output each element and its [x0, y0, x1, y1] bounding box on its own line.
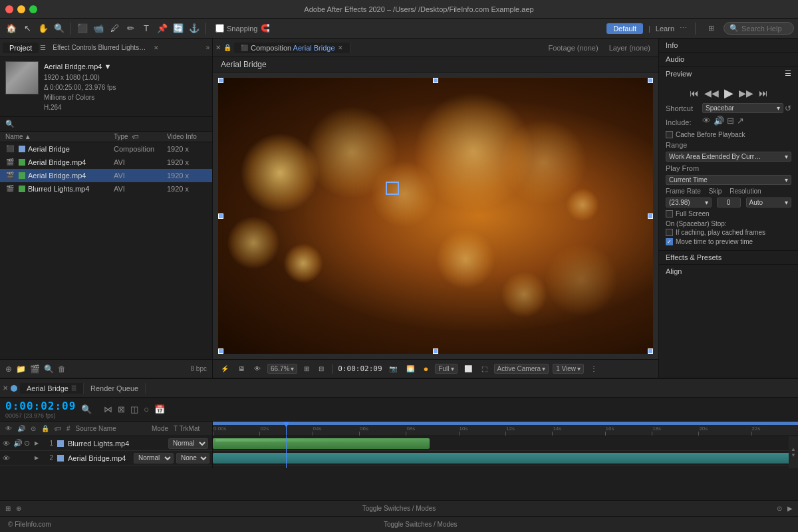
find-icon[interactable]: 🔍 — [44, 364, 54, 374]
layer-1-audio-icon[interactable]: 🔊 — [13, 439, 23, 448]
handle-bottom-left[interactable] — [218, 348, 223, 354]
skip-input[interactable] — [717, 198, 741, 207]
full-screen-checkbox[interactable] — [666, 210, 673, 217]
snapping-checkbox[interactable] — [215, 24, 224, 33]
jump-end-button[interactable]: ⏭ — [759, 88, 768, 98]
sort-arrow[interactable]: ▲ — [25, 133, 31, 140]
play-icon[interactable]: ▶ — [787, 505, 793, 512]
viewer-display-button[interactable]: 🖥 — [235, 364, 247, 373]
pin-tool-icon[interactable]: 📌 — [155, 21, 170, 36]
section-align-header[interactable]: Align — [659, 265, 798, 278]
jump-to-time-icon[interactable]: ⊙ — [777, 505, 782, 512]
text-tool-icon[interactable]: T — [139, 21, 154, 36]
handle-middle-left[interactable] — [218, 213, 223, 219]
zoom-tool-icon[interactable]: 🔍 — [52, 21, 66, 36]
video-include-icon[interactable]: 👁 — [702, 116, 711, 126]
shortcut-dropdown[interactable]: Spacebar ▾ — [702, 103, 783, 113]
workspace-default-button[interactable]: Default — [606, 23, 643, 34]
layer-2-expand-icon[interactable]: ▶ — [35, 455, 39, 461]
shape-tool-icon[interactable]: 🔄 — [171, 21, 186, 36]
cache-playback-checkbox[interactable] — [666, 131, 673, 138]
play-pause-button[interactable]: ▶ — [724, 86, 733, 100]
new-folder-icon[interactable]: 📁 — [16, 364, 26, 374]
anchor-tool-icon[interactable]: ⚓ — [187, 21, 201, 36]
frame-blending-icon[interactable]: ◫ — [129, 403, 140, 416]
viewer-quality-dropdown[interactable]: Full ▾ — [435, 364, 457, 374]
section-preview-header[interactable]: Preview ☰ — [659, 66, 798, 80]
viewer-transparency-button[interactable]: ⬜ — [462, 364, 475, 373]
layer-1-expand-icon[interactable]: ▶ — [35, 440, 39, 446]
pen-tool-icon[interactable]: 🖊 — [107, 21, 122, 36]
viewer-show-snapshot-button[interactable]: 🌅 — [404, 364, 417, 373]
align-layers-icon[interactable]: ⋈ — [102, 403, 114, 416]
layer-1-solo-icon[interactable]: ⊙ — [24, 439, 33, 448]
draft-3d-icon[interactable]: ⊠ — [116, 403, 126, 416]
section-audio-header[interactable]: Audio — [659, 53, 798, 66]
hand-tool-icon[interactable]: ✋ — [36, 21, 51, 36]
viewer-timecode[interactable]: 0:00:02:09 — [338, 364, 382, 373]
list-item[interactable]: 🎬 Blurred Lights.mp4 AVI 1920 x — [0, 182, 212, 196]
rotate-tool-icon[interactable]: ⬛ — [75, 21, 90, 36]
composition-preview[interactable] — [218, 78, 653, 354]
timeline-tab-menu-icon[interactable]: ☰ — [71, 385, 76, 392]
footage-tab[interactable]: Footage (none) — [548, 44, 598, 52]
panel-expand-icon[interactable]: » — [205, 44, 209, 51]
list-item[interactable]: 🎬 Aerial Bridge.mp4 AVI 1920 x — [0, 169, 212, 182]
handle-top-right[interactable] — [648, 78, 653, 83]
current-time-display[interactable]: 0:00:02:09 — [5, 400, 76, 412]
handle-top-left[interactable] — [218, 78, 223, 83]
viewer-zoom-dropdown[interactable]: 66.7% ▾ — [267, 364, 297, 374]
search-input[interactable] — [741, 25, 788, 33]
step-back-button[interactable]: ◀◀ — [704, 88, 719, 98]
export-include-icon[interactable]: ↗ — [737, 116, 744, 126]
audio-include-icon[interactable]: 🔊 — [714, 116, 724, 126]
move-time-checkbox[interactable] — [666, 238, 673, 245]
viewer-render-button[interactable]: ⋮ — [588, 364, 600, 373]
layer-1-mode-dropdown[interactable]: Normal — [168, 438, 208, 449]
viewer-always-preview-button[interactable]: ⚡ — [218, 364, 231, 373]
comp-lock-icon[interactable]: 🔒 — [223, 44, 231, 51]
layer-2-visibility-icon[interactable]: 👁 — [3, 454, 12, 462]
toggle-switches-label[interactable]: Toggle Switches / Modes — [27, 505, 771, 512]
section-info-header[interactable]: Info — [659, 39, 798, 52]
new-item-icon[interactable]: ⊕ — [5, 364, 12, 374]
handle-bottom-right[interactable] — [648, 348, 653, 354]
timeline-scroll-indicator[interactable]: ▲ ▼ — [789, 436, 798, 468]
layer-tab[interactable]: Layer (none) — [609, 44, 650, 52]
tab-effect-controls[interactable]: Effect Controls Blurred Lights.mp4 — [46, 43, 152, 53]
tab-timeline-aerial-bridge[interactable]: Aerial Bridge ☰ — [20, 383, 84, 394]
handle-top-middle[interactable] — [433, 78, 438, 83]
camera-tool-icon[interactable]: 📹 — [91, 21, 106, 36]
step-forward-button[interactable]: ▶▶ — [739, 88, 753, 98]
tab-close-icon[interactable]: ✕ — [338, 45, 343, 51]
home-icon[interactable]: 🏠 — [4, 21, 19, 36]
layer-row-1[interactable]: 👁 🔊 ⊙ ▶ 1 Blurred Lights.mp4 Normal — [0, 436, 212, 451]
layer-2-timeline-row[interactable] — [213, 451, 798, 466]
paint-tool-icon[interactable]: ✏ — [123, 21, 138, 36]
list-item[interactable]: ⬛ Aerial Bridge Composition 1920 x — [0, 142, 212, 156]
tab-composition[interactable]: ⬛ Composition Aerial Bridge ✕ — [234, 43, 350, 53]
overflow-include-icon[interactable]: ⊟ — [727, 116, 734, 126]
delete-icon[interactable]: 🗑 — [58, 364, 66, 374]
viewer-color-button[interactable]: ● — [421, 363, 432, 374]
if-caching-checkbox[interactable] — [666, 229, 673, 236]
list-item[interactable]: 🎬 Aerial Bridge.mp4 AVI 1920 x — [0, 156, 212, 169]
jump-start-button[interactable]: ⏮ — [690, 88, 699, 98]
layer-1-visibility-icon[interactable]: 👁 — [3, 440, 12, 448]
new-comp-from-footage-icon[interactable]: ⊕ — [16, 505, 21, 512]
panel-menu-icon[interactable]: ☰ — [40, 44, 46, 51]
expand-all-icon[interactable]: ⊞ — [5, 505, 11, 512]
play-from-dropdown[interactable]: Current Time ▾ — [666, 175, 791, 185]
layer-2-trkmat-dropdown[interactable]: None — [176, 453, 209, 464]
layer-1-timeline-row[interactable] — [213, 436, 798, 451]
viewer-camera-dropdown[interactable]: Active Camera ▾ — [494, 364, 549, 374]
fps-dropdown[interactable]: (23.98) ▾ — [666, 198, 712, 207]
close-button[interactable] — [5, 5, 13, 13]
select-tool-icon[interactable]: ↖ — [20, 21, 35, 36]
viewer-mask-button[interactable]: 👁 — [251, 364, 263, 373]
minimize-button[interactable] — [17, 5, 25, 13]
section-effects-header[interactable]: Effects & Presets — [659, 251, 798, 265]
project-search-bar[interactable]: 🔍 — [0, 117, 212, 132]
new-comp-icon[interactable]: 🎬 — [30, 364, 40, 374]
tab-render-queue[interactable]: Render Queue — [84, 383, 146, 394]
